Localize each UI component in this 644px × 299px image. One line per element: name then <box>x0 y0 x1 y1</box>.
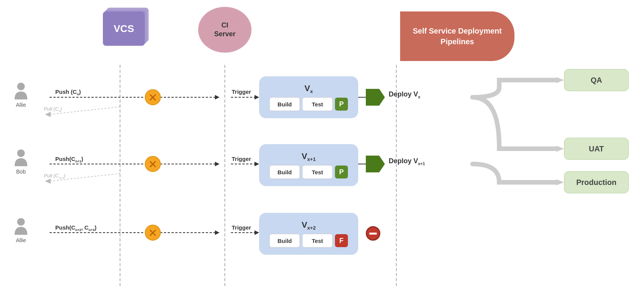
no-entry-sign <box>366 226 380 241</box>
push-label-2: Push(Cn+1) <box>55 156 83 163</box>
env-box-qa: QA <box>564 69 629 91</box>
crosshair-1 <box>145 89 161 105</box>
svg-marker-27 <box>556 77 564 83</box>
svg-marker-8 <box>255 95 259 100</box>
deploy-label-2: Deploy Vx+1 <box>389 157 425 166</box>
vcs-card-front: VCS <box>103 11 145 46</box>
pipeline-test-3: Test <box>302 234 333 248</box>
svg-marker-6 <box>215 95 219 100</box>
person-allie-1: Allie <box>11 82 30 108</box>
pull-label-2: Pull (Cn+1) <box>44 173 66 180</box>
person-allie-1-icon <box>11 82 30 101</box>
push-label-1: Push (Cn) <box>55 88 81 96</box>
env-box-production: Production <box>564 171 629 193</box>
trigger-label-3: Trigger <box>232 224 251 231</box>
person-allie-2-label: Allie <box>16 237 26 243</box>
svg-marker-33 <box>366 89 385 106</box>
person-allie-1-label: Allie <box>16 102 26 108</box>
pipeline-badge-2: P <box>335 166 348 178</box>
ci-server-text: CI Server <box>214 21 235 39</box>
pipeline-steps-1: Build Test P <box>269 97 348 111</box>
pipeline-badge-3: F <box>335 234 348 247</box>
pipeline-badge-1: P <box>335 98 348 111</box>
svg-marker-34 <box>366 156 385 172</box>
pull-label-1: Pull (Cn) <box>44 106 62 113</box>
push-label-3: Push(Cn+2, Cn+3) <box>55 224 96 232</box>
crosshair-3 <box>145 225 161 241</box>
pipeline-box-2: Vx+1 Build Test P <box>259 144 358 186</box>
person-bob-icon <box>11 149 30 168</box>
pipeline-version-3: Vx+2 <box>301 220 316 231</box>
pipeline-steps-2: Build Test P <box>269 165 348 179</box>
vcs-label: VCS <box>114 23 134 35</box>
ssdp-label: Self Service Deployment Pipelines <box>400 11 514 61</box>
pipeline-version-2: Vx+1 <box>301 151 316 162</box>
deploy-arrow-1 <box>366 87 385 108</box>
svg-marker-16 <box>255 162 259 166</box>
trigger-label-1: Trigger <box>232 88 251 95</box>
svg-marker-22 <box>215 230 219 235</box>
svg-marker-29 <box>556 179 564 185</box>
person-allie-2: Allie <box>11 217 30 243</box>
pipeline-build-3: Build <box>269 234 300 248</box>
svg-marker-24 <box>255 230 259 235</box>
svg-marker-14 <box>215 162 219 166</box>
pipeline-build-1: Build <box>269 97 300 111</box>
env-box-uat: UAT <box>564 138 629 160</box>
ssdp-text: Self Service Deployment Pipelines <box>408 26 507 47</box>
svg-marker-28 <box>556 146 564 152</box>
deploy-label-1: Deploy Vx <box>389 90 420 99</box>
diagram-container: VCS CI Server Self Service Deployment Pi… <box>0 0 644 299</box>
trigger-label-2: Trigger <box>232 156 251 162</box>
crosshair-2 <box>145 156 161 172</box>
pipeline-version-1: Vx <box>304 84 313 94</box>
person-bob: Bob <box>11 149 30 175</box>
svg-point-30 <box>17 83 25 90</box>
person-bob-label: Bob <box>16 169 26 175</box>
pipeline-steps-3: Build Test F <box>269 234 348 248</box>
pipeline-box-1: Vx Build Test P <box>259 76 358 118</box>
pipeline-build-2: Build <box>269 165 300 179</box>
deploy-arrow-2 <box>366 154 385 174</box>
pipeline-test-2: Test <box>302 165 333 179</box>
pipeline-test-1: Test <box>302 97 333 111</box>
ci-server: CI Server <box>198 7 252 53</box>
svg-point-31 <box>17 150 25 157</box>
pipeline-box-3: Vx+2 Build Test F <box>259 213 358 255</box>
svg-point-32 <box>17 218 25 226</box>
person-allie-2-icon <box>11 217 30 236</box>
